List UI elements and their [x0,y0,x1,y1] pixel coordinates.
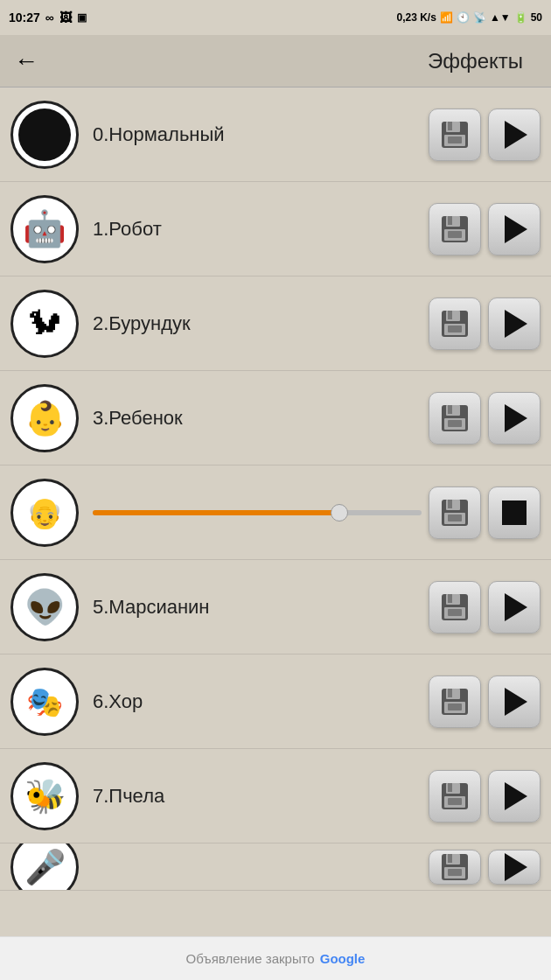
floppy-icon-1 [439,214,471,245]
play-icon-7 [505,782,527,810]
slider-thumb-4[interactable] [331,504,348,522]
svg-rect-14 [448,326,462,332]
data-speed: 0,23 K/s [397,11,436,24]
floppy-icon-4 [439,497,471,528]
effect-label-5: 5.Марсианин [79,596,422,619]
avatar-6: 🎭 [10,668,79,736]
effect-actions-2 [429,298,541,350]
svg-rect-24 [448,514,462,522]
effect-actions-7 [429,770,541,822]
svg-rect-7 [448,216,452,225]
effect-row-8: 🎤 [0,844,551,891]
floppy-icon-0 [439,119,471,150]
effect-actions-4 [429,486,541,539]
play-button-2[interactable] [488,298,541,350]
effect-row-6: 🎭 6.Хор [0,654,551,749]
effect-actions-8 [429,850,541,885]
floppy-icon-2 [439,308,471,340]
svg-rect-4 [448,136,462,144]
effect-label-2: 2.Бурундук [79,312,422,335]
save-button-8[interactable] [429,850,481,885]
svg-rect-22 [448,500,452,508]
save-button-7[interactable] [429,770,481,822]
stop-button-4[interactable] [488,486,541,539]
floppy-icon-7 [439,780,471,812]
avatar-4: 👴 [10,479,79,547]
play-button-6[interactable] [488,676,541,728]
effect-row-5: 👽 5.Марсианин [0,560,551,654]
play-icon-8 [505,853,527,881]
effect-slider-4 [79,510,422,515]
effect-label-0: 0.Нормальный [79,123,422,146]
effects-list: 0.Нормальный 🤖 1.Робот [0,88,551,936]
normal-icon [18,108,71,161]
status-right: 0,23 K/s 📶 🕙 📡 ▲▼ 🔋 50 [397,11,543,24]
avatar-0 [10,101,79,169]
effect-label-3: 3.Ребенок [79,407,422,430]
svg-rect-2 [448,122,452,130]
effect-actions-3 [429,392,541,444]
avatar-7: 🐝 [10,762,79,830]
effect-actions-1 [429,203,541,256]
effect-label-6: 6.Хор [79,690,422,713]
svg-rect-39 [448,798,462,805]
battery-icon: 🔋 [514,11,527,24]
save-button-0[interactable] [429,108,481,161]
play-button-8[interactable] [488,850,541,885]
rec-icon: ▣ [77,11,87,24]
save-button-3[interactable] [429,392,481,444]
play-icon-6 [505,688,527,716]
image-icon: 🖼 [59,10,72,24]
effect-row-1: 🤖 1.Робот [0,182,551,276]
play-button-7[interactable] [488,770,541,822]
app-header: ← Эффекты [0,35,551,88]
play-icon-3 [505,404,527,432]
infinity-icon: ∞ [45,10,54,24]
slider-track-4 [93,510,422,515]
svg-rect-9 [448,231,462,238]
svg-rect-12 [448,311,452,319]
effect-label-1: 1.Робот [79,218,422,241]
status-left: 10:27 ∞ 🖼 ▣ [9,10,87,24]
signal-icon: 📶 [440,11,453,24]
save-button-2[interactable] [429,298,481,350]
ad-banner: Объявление закрыто Google [0,936,551,980]
play-button-1[interactable] [488,203,541,256]
floppy-icon-3 [439,402,471,434]
save-button-6[interactable] [429,676,481,728]
back-button[interactable]: ← [14,47,38,75]
effect-row-4: 👴 [0,466,551,560]
svg-rect-42 [448,854,452,863]
play-icon-0 [505,121,527,149]
play-icon-5 [505,593,527,621]
play-icon-1 [505,215,527,243]
stop-icon-4 [502,500,527,525]
effect-row-0: 0.Нормальный [0,88,551,182]
svg-rect-17 [448,405,452,414]
ad-text: Объявление закрыто [186,951,315,966]
play-icon-2 [505,310,527,338]
slider-fill-4 [93,510,339,515]
svg-rect-29 [448,609,462,616]
play-button-3[interactable] [488,392,541,444]
effect-actions-5 [429,581,541,634]
wifi-icon: 📡 [473,11,486,24]
floppy-icon-6 [439,686,471,718]
save-button-4[interactable] [429,486,481,539]
play-button-5[interactable] [488,581,541,634]
floppy-icon-5 [439,592,471,623]
avatar-3: 👶 [10,384,79,452]
svg-rect-37 [448,783,452,792]
time: 10:27 [9,10,40,24]
avatar-8: 🎤 [10,844,79,891]
effect-row-3: 👶 3.Ребенок [0,371,551,466]
save-button-1[interactable] [429,203,481,256]
svg-rect-44 [448,869,462,876]
save-button-5[interactable] [429,581,481,634]
play-button-0[interactable] [488,108,541,161]
avatar-2: 🐿 [10,290,79,358]
svg-rect-19 [448,420,462,427]
page-title: Эффекты [428,49,523,74]
status-bar: 10:27 ∞ 🖼 ▣ 0,23 K/s 📶 🕙 📡 ▲▼ 🔋 50 [0,0,551,35]
svg-rect-32 [448,689,452,697]
